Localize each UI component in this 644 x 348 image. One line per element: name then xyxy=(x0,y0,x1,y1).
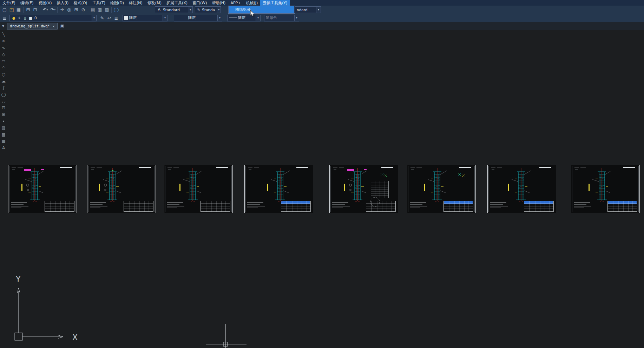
mtext-tool[interactable]: A xyxy=(0,144,7,151)
print-preview-icon[interactable]: ⊡ xyxy=(32,6,39,13)
construction-line-tool[interactable]: ✕ xyxy=(0,38,7,44)
match-layer-icon[interactable]: ✎ xyxy=(99,14,106,21)
dropdown-arrow-icon[interactable]: ▾ xyxy=(256,15,260,21)
dropdown-arrow-icon: ▾ xyxy=(294,15,299,21)
circle-tool[interactable]: ○ xyxy=(0,71,7,78)
menu-tools[interactable]: 工具(T) xyxy=(90,0,108,6)
save-file-icon[interactable]: ▦ xyxy=(15,6,22,13)
line-tool[interactable]: ╲ xyxy=(0,31,7,38)
zoom-realtime-icon[interactable]: ◎ xyxy=(66,6,73,13)
point-tool[interactable]: ∙ xyxy=(0,118,7,124)
menu-edit[interactable]: 编辑(E) xyxy=(18,0,36,6)
current-color-value: 随层 xyxy=(129,15,137,20)
layer-properties-icon[interactable]: ≣ xyxy=(1,14,8,21)
layer-previous-icon[interactable]: ↩ xyxy=(106,14,113,21)
sheet-thumbnail-1[interactable] xyxy=(8,165,77,213)
menu-app-plus[interactable]: APP+ xyxy=(228,0,243,6)
layer-buttons: ✎↩≣ xyxy=(99,14,120,21)
layer-freeze-icon[interactable]: ☼ xyxy=(17,16,22,20)
menu-insert[interactable]: 插入(I) xyxy=(54,0,71,6)
menu-format[interactable]: 格式(O) xyxy=(71,0,90,6)
tab-close-icon[interactable]: ✕ xyxy=(53,24,55,28)
zoom-previous-icon[interactable]: ⊙ xyxy=(80,6,87,13)
drawing-tab-title: drawing_split.dwg* xyxy=(10,24,50,28)
menu-modify[interactable]: 修改(M) xyxy=(145,0,164,6)
hatch-tool[interactable]: ▨ xyxy=(0,124,7,131)
table-style-value: ndard xyxy=(297,8,308,12)
rectangle-tool[interactable]: ▭ xyxy=(0,58,7,64)
tab-list-button[interactable]: ▼ xyxy=(0,25,6,28)
linetype-sample-line xyxy=(176,18,187,18)
dropdown-arrow-icon[interactable]: ▾ xyxy=(188,7,192,13)
polyline-tool[interactable]: ∿ xyxy=(0,44,7,51)
ucs-x-label: X xyxy=(72,333,78,342)
viewports-icon[interactable]: ▧ xyxy=(103,6,110,13)
gradient-tool[interactable]: ▩ xyxy=(0,131,7,138)
menu-bar: 文件(F)编辑(E)视图(V)插入(I)格式(O)工具(T)绘图(D)标注(N)… xyxy=(0,0,644,6)
menu-window[interactable]: 窗口(W) xyxy=(190,0,209,6)
ellipse-arc-tool[interactable]: ◡ xyxy=(0,98,7,104)
color-dropdown[interactable]: 随层 ▾ xyxy=(123,15,167,21)
polygon-tool[interactable]: ◇ xyxy=(0,51,7,58)
make-block-tool[interactable]: ⊞ xyxy=(0,111,7,118)
sheet-thumbnail-3[interactable] xyxy=(164,165,233,213)
crosshair-cursor xyxy=(204,321,249,348)
spline-tool[interactable]: ∫ xyxy=(0,84,7,91)
menu-help[interactable]: 帮助(H) xyxy=(210,0,228,6)
revision-cloud-tool[interactable]: ☁ xyxy=(0,78,7,84)
model-space-icon[interactable]: ▤ xyxy=(89,6,96,13)
sheet-thumbnail-4[interactable] xyxy=(244,165,313,213)
layer-on-icon[interactable]: ● xyxy=(11,16,16,20)
sheet-thumbnail-5[interactable] xyxy=(329,165,398,213)
dropdown-arrow-icon[interactable]: ▾ xyxy=(217,7,221,13)
current-plotstyle-value: 随颜色 xyxy=(266,15,277,20)
plotstyle-dropdown: 随颜色 ▾ xyxy=(264,15,299,21)
new-drawing-icon[interactable]: ▣ xyxy=(60,24,64,28)
layer-dropdown[interactable]: ●☼▯■ 0 ▾ xyxy=(9,15,97,21)
menu-draw[interactable]: 绘图(D) xyxy=(108,0,126,6)
menu-item-drawing-split[interactable]: 图纸拆分 xyxy=(229,6,294,13)
text-style-dropdown[interactable]: A Standard ▾ xyxy=(155,6,193,13)
layer-lock-icon[interactable]: ▯ xyxy=(22,16,27,20)
menu-dimension[interactable]: 标注(N) xyxy=(126,0,145,6)
menu-mechanical[interactable]: 机械(J) xyxy=(243,0,260,6)
dim-style-dropdown[interactable]: ✎ Standard ▾ xyxy=(195,6,221,13)
linetype-dropdown[interactable]: 随层 ▾ xyxy=(174,15,222,21)
table-tool[interactable]: ▦ xyxy=(0,138,7,144)
dropdown-arrow-icon[interactable]: ▾ xyxy=(217,15,222,21)
open-file-icon[interactable]: ◳ xyxy=(8,6,15,13)
ucs-y-label: Y xyxy=(15,275,21,283)
table-style-dropdown[interactable]: ndard ▾ xyxy=(295,6,321,13)
arc-tool[interactable]: ◠ xyxy=(0,64,7,71)
text-style-value: Standard xyxy=(163,8,180,12)
insert-block-tool[interactable]: ⊡ xyxy=(0,104,7,111)
dim-style-icon: ✎ xyxy=(197,8,201,12)
sheet-thumbnail-8[interactable] xyxy=(571,165,640,213)
new-file-icon[interactable]: ▢ xyxy=(1,6,8,13)
zoom-window-icon[interactable]: ⊞ xyxy=(73,6,80,13)
sheet-thumbnail-7[interactable] xyxy=(487,165,556,213)
menu-view[interactable]: 视图(V) xyxy=(36,0,54,6)
layer-color-swatch[interactable]: ■ xyxy=(28,16,33,20)
plot-icon[interactable]: ⊟ xyxy=(25,6,32,13)
sheet-thumbnail-2[interactable] xyxy=(87,165,156,213)
text-style-icon: A xyxy=(157,7,162,12)
ellipse-tool[interactable]: ◯ xyxy=(0,91,7,98)
menu-express-tools[interactable]: 扩展工具(X) xyxy=(164,0,190,6)
menu-cloud-toolset[interactable]: 云插工具集(Y) xyxy=(260,0,290,6)
draw-toolbar: ╲✕∿◇▭◠○☁∫◯◡⊡⊞∙▨▩▦A xyxy=(0,31,7,151)
menu-file[interactable]: 文件(F) xyxy=(0,0,18,6)
layer-states-icon[interactable]: ≣ xyxy=(113,14,120,21)
dropdown-arrow-icon[interactable]: ▾ xyxy=(316,7,321,13)
sheet-thumbnail-6[interactable] xyxy=(407,165,476,213)
drawing-tab[interactable]: drawing_split.dwg* ✕ xyxy=(7,23,58,29)
layout-icon[interactable]: ▥ xyxy=(96,6,103,13)
osnap-settings-icon[interactable]: ◯ xyxy=(113,6,120,13)
dropdown-arrow-icon[interactable]: ▾ xyxy=(92,15,96,21)
dropdown-arrow-icon[interactable]: ▾ xyxy=(47,8,48,11)
standard-toolbar: ▢◳▦⊟⊡↶▾↷▾✛◎⊞⊙▤▥▧◯ A Standard ▾ ✎ Standar… xyxy=(0,6,644,14)
pan-icon[interactable]: ✛ xyxy=(59,6,66,13)
standard-toolbar-icons: ▢◳▦⊟⊡↶▾↷▾✛◎⊞⊙▤▥▧◯ xyxy=(1,6,120,13)
dropdown-arrow-icon[interactable]: ▾ xyxy=(163,15,167,21)
dropdown-arrow-icon[interactable]: ▾ xyxy=(54,8,56,11)
